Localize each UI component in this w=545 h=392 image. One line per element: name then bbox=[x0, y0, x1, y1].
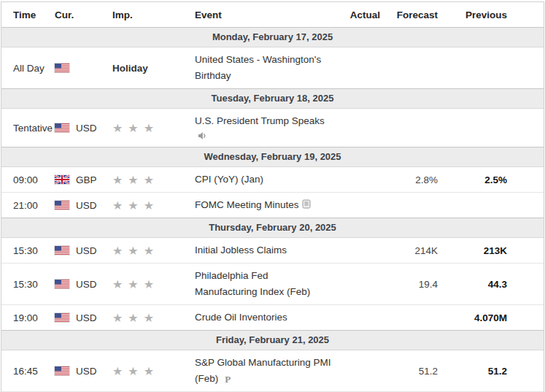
us-flag-icon bbox=[55, 280, 69, 288]
event-cell: Initial Jobless Claims bbox=[183, 238, 336, 263]
us-flag-icon bbox=[55, 366, 69, 375]
event-row[interactable]: All DayHolidayUnited States - Washington… bbox=[1, 47, 544, 88]
event-time: 19:00 bbox=[1, 312, 55, 323]
star-icon: ★ bbox=[144, 122, 159, 134]
importance-stars: ★★★ bbox=[112, 123, 159, 134]
forecast-value: 2.8% bbox=[380, 174, 438, 185]
event-row[interactable]: 15:30USD★★★Initial Jobless Claims214K213… bbox=[1, 238, 544, 263]
column-header-previous: Previous bbox=[438, 8, 507, 22]
table-header: Time Cur. Imp. Event Actual Forecast Pre… bbox=[1, 2, 544, 27]
event-row[interactable]: 21:00USD★★★FOMC Meeting Minutes bbox=[1, 192, 544, 218]
event-cell: Crude Oil Inventories bbox=[183, 305, 336, 330]
event-time: All Day bbox=[1, 63, 55, 74]
star-icon: ★ bbox=[144, 245, 159, 257]
event-cell: CPI (YoY) (Jan) bbox=[183, 167, 336, 192]
currency-code: USD bbox=[76, 366, 97, 377]
event-name[interactable]: FOMC Meeting Minutes bbox=[195, 199, 299, 210]
star-icon: ★ bbox=[128, 199, 143, 212]
previous-value: 213K bbox=[438, 245, 507, 256]
event-name[interactable]: U.S. President Trump Speaks bbox=[195, 115, 325, 126]
event-name[interactable]: CPI (YoY) (Jan) bbox=[195, 174, 263, 185]
forecast-value: 214K bbox=[380, 245, 438, 256]
event-row[interactable]: TentativeUSD★★★U.S. President Trump Spea… bbox=[1, 109, 544, 147]
header-spacer bbox=[507, 13, 544, 16]
forecast-value: 19.4 bbox=[380, 279, 438, 290]
day-header-label: Thursday, February 20, 2025 bbox=[209, 222, 336, 233]
event-currency bbox=[55, 64, 112, 72]
forecast-value: 51.2 bbox=[380, 366, 438, 377]
previous-value: 51.2 bbox=[438, 366, 507, 377]
importance-stars: ★★★ bbox=[112, 280, 159, 291]
star-icon: ★ bbox=[144, 174, 159, 186]
us-flag-icon bbox=[55, 313, 69, 322]
holiday-label: Holiday bbox=[112, 63, 148, 74]
currency-code: USD bbox=[76, 123, 97, 134]
event-importance: ★★★ bbox=[112, 311, 183, 325]
star-icon: ★ bbox=[112, 199, 128, 212]
event-name[interactable]: United States - Washington's Birthday bbox=[195, 54, 321, 81]
column-header-actual: Actual bbox=[336, 8, 380, 22]
event-importance: ★★★ bbox=[112, 121, 183, 135]
event-row[interactable]: 09:00GBP★★★CPI (YoY) (Jan)2.8%2.5% bbox=[1, 167, 544, 192]
day-header-row: Thursday, February 20, 2025 bbox=[1, 218, 544, 238]
star-icon: ★ bbox=[128, 312, 143, 324]
event-time: 16:45 bbox=[1, 366, 55, 377]
event-importance: ★★★ bbox=[112, 173, 183, 187]
star-icon: ★ bbox=[144, 312, 159, 324]
currency-code: USD bbox=[76, 279, 97, 290]
day-header-row: Friday, February 21, 2025 bbox=[1, 330, 544, 350]
importance-stars: ★★★ bbox=[112, 366, 159, 377]
previous-value: 44.3 bbox=[438, 279, 507, 290]
day-header-label: Friday, February 21, 2025 bbox=[216, 334, 329, 345]
us-flag-icon bbox=[55, 246, 69, 255]
event-name[interactable]: Philadelphia Fed Manufacturing Index (Fe… bbox=[195, 270, 310, 297]
star-icon: ★ bbox=[112, 365, 128, 377]
event-importance: Holiday bbox=[112, 63, 183, 74]
column-header-forecast: Forecast bbox=[380, 8, 438, 22]
event-currency: USD bbox=[55, 279, 112, 290]
event-name[interactable]: S&P Global Manufacturing PMI (Feb) bbox=[195, 357, 331, 384]
event-time: 15:30 bbox=[1, 245, 55, 256]
star-icon: ★ bbox=[144, 365, 159, 377]
event-row[interactable]: 19:00USD★★★Crude Oil Inventories4.070M bbox=[1, 304, 544, 330]
importance-stars: ★★★ bbox=[112, 175, 159, 186]
event-time: 09:00 bbox=[1, 174, 55, 185]
importance-stars: ★★★ bbox=[112, 313, 159, 324]
event-name[interactable]: Initial Jobless Claims bbox=[195, 245, 287, 255]
event-importance: ★★★ bbox=[112, 199, 183, 212]
star-icon: ★ bbox=[128, 174, 143, 186]
star-icon: ★ bbox=[128, 122, 143, 134]
event-currency: USD bbox=[55, 200, 112, 211]
column-header-currency: Cur. bbox=[55, 8, 112, 22]
previous-value: 4.070M bbox=[438, 312, 507, 323]
day-header-row: Monday, February 17, 2025 bbox=[1, 27, 544, 47]
day-header-label: Monday, February 17, 2025 bbox=[212, 31, 333, 42]
day-header-row: Tuesday, February 18, 2025 bbox=[1, 88, 544, 109]
event-cell: Philadelphia Fed Manufacturing Index (Fe… bbox=[183, 264, 336, 304]
event-importance: ★★★ bbox=[112, 277, 183, 291]
us-flag-icon bbox=[55, 123, 69, 132]
currency-code: GBP bbox=[76, 174, 97, 185]
column-header-event: Event bbox=[183, 8, 336, 22]
event-row[interactable]: 16:45USD★★★S&P Global Manufacturing PMI … bbox=[1, 350, 544, 391]
event-row[interactable]: 15:30USD★★★Philadelphia Fed Manufacturin… bbox=[1, 263, 544, 304]
star-icon: ★ bbox=[144, 278, 159, 291]
event-name[interactable]: Crude Oil Inventories bbox=[195, 312, 287, 323]
previous-value: 2.5% bbox=[438, 174, 507, 185]
event-icon-line bbox=[195, 131, 332, 142]
event-cell: FOMC Meeting Minutes bbox=[183, 193, 336, 218]
star-icon: ★ bbox=[112, 174, 128, 186]
calendar-body: Monday, February 17, 2025All DayHolidayU… bbox=[1, 27, 544, 392]
star-icon: ★ bbox=[112, 245, 128, 257]
speaker-icon[interactable] bbox=[198, 131, 207, 140]
star-icon: ★ bbox=[128, 245, 143, 257]
event-currency: USD bbox=[55, 366, 112, 377]
currency-code: USD bbox=[76, 245, 97, 256]
event-cell: United States - Washington's Birthday bbox=[183, 47, 336, 88]
report-icon[interactable] bbox=[302, 199, 311, 209]
star-icon: ★ bbox=[128, 365, 143, 377]
event-cell: S&P Global Manufacturing PMI (Feb)P bbox=[183, 350, 336, 391]
importance-stars: ★★★ bbox=[112, 246, 159, 257]
star-icon: ★ bbox=[112, 312, 128, 324]
event-cell: U.S. President Trump Speaks bbox=[183, 109, 336, 147]
